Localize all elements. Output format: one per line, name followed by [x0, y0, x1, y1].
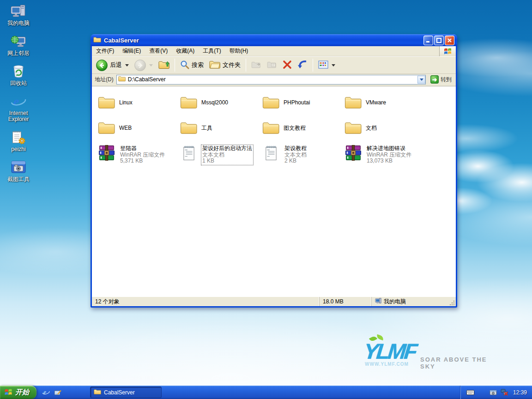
status-zone: 我的电脑: [371, 297, 449, 306]
copy-to-icon: [267, 60, 277, 71]
folder-item[interactable]: Linux: [98, 91, 180, 114]
delete-button[interactable]: [280, 59, 294, 72]
toolbar-separator: [175, 59, 175, 72]
views-dropdown-icon[interactable]: [332, 64, 335, 66]
quick-launch: e: [36, 388, 67, 396]
menu-file[interactable]: 文件(F): [92, 46, 118, 56]
text-document-icon: [180, 145, 197, 161]
maximize-button[interactable]: [434, 36, 444, 45]
folder-name: Linux: [119, 99, 133, 106]
file-item[interactable]: 登陆器 WinRAR 压缩文件 5,371 KB: [98, 142, 180, 165]
back-label: 后退: [110, 61, 122, 69]
search-label: 搜索: [192, 61, 204, 69]
status-object-count: 12 个对象: [92, 297, 319, 306]
file-label-block: 架设教程 文本文档 2 KB: [284, 145, 308, 165]
file-type: 文本文档: [202, 152, 252, 158]
views-button[interactable]: [316, 60, 338, 71]
windows-logo-icon: [439, 46, 456, 56]
folder-item[interactable]: WEB: [98, 117, 180, 139]
file-list-area[interactable]: Linux Mssql2000 PHPhoutai VMware WEB 工具 …: [92, 86, 456, 296]
up-button[interactable]: [156, 59, 172, 72]
taskbar-button-cabalserver[interactable]: CabalServer: [90, 387, 162, 398]
desktop-icon-screenshot-tool[interactable]: 截图工具: [0, 158, 36, 182]
explorer-window: CabalServer 文件(F) 编辑(E) 查看(V) 收藏(A) 工具(T…: [91, 34, 457, 308]
desktop-icon-peizhi[interactable]: peizhi: [0, 128, 36, 152]
move-to-icon: [251, 60, 261, 71]
file-size: 13,073 KB: [367, 158, 411, 164]
move-to-button[interactable]: [249, 59, 264, 72]
search-button[interactable]: 搜索: [178, 59, 206, 72]
folder-item[interactable]: Mssql2000: [180, 91, 262, 114]
file-item[interactable]: 架设好后的启动方法 文本文档 1 KB: [180, 142, 262, 165]
back-button[interactable]: 后退: [94, 59, 131, 72]
menu-tools[interactable]: 工具(T): [199, 46, 225, 56]
folder-item[interactable]: 工具: [180, 117, 262, 139]
folder-item[interactable]: 文档: [345, 117, 427, 139]
address-label: 地址(D): [95, 76, 114, 84]
folder-icon: [98, 96, 115, 109]
close-button[interactable]: [445, 36, 454, 45]
folder-icon: [98, 121, 115, 135]
title-bar[interactable]: CabalServer: [92, 34, 456, 46]
file-name: 架设好后的启动方法: [202, 145, 252, 152]
back-dropdown-icon[interactable]: [125, 64, 129, 66]
start-label: 开始: [15, 388, 29, 397]
quick-launch-ie-icon[interactable]: e: [42, 388, 50, 396]
winrar-archive-icon: [345, 145, 362, 161]
undo-icon: [297, 60, 308, 71]
folder-name: 工具: [201, 124, 212, 132]
menu-help[interactable]: 帮助(H): [225, 46, 253, 56]
folders-button[interactable]: 文件夹: [207, 59, 243, 72]
peizhi-notepad-icon: [11, 128, 26, 145]
windows-flag-icon: [4, 388, 12, 397]
file-type: 文本文档: [284, 152, 307, 158]
my-computer-small-icon: [375, 298, 381, 306]
show-desktop-icon[interactable]: [54, 388, 61, 396]
start-button[interactable]: 开始: [0, 386, 36, 399]
folder-item[interactable]: 图文教程: [262, 117, 345, 139]
toolbar-separator: [246, 59, 246, 72]
file-size: 1 KB: [202, 158, 252, 164]
file-item[interactable]: 架设教程 文本文档 2 KB: [262, 142, 345, 165]
search-icon: [180, 60, 189, 71]
file-type: WinRAR 压缩文件: [120, 152, 165, 158]
text-document-icon: [262, 145, 279, 161]
forward-button[interactable]: [132, 59, 155, 72]
menu-edit[interactable]: 编辑(E): [118, 46, 145, 56]
desktop-icon-label: peizhi: [11, 146, 25, 152]
folder-item[interactable]: PHPhoutai: [262, 91, 345, 114]
menu-favorites[interactable]: 收藏(A): [172, 46, 199, 56]
desktop-icon-my-computer[interactable]: 我的电脑: [0, 2, 36, 26]
address-value: D:\CabalServer: [128, 76, 166, 83]
desktop: 我的电脑 网上邻居 回收站 e Internet Explorer peizhi: [0, 0, 532, 399]
file-size: 2 KB: [284, 158, 307, 164]
undo-button[interactable]: [295, 59, 310, 72]
toolbar: 后退 搜索 文件夹: [92, 56, 456, 74]
file-tiles: Linux Mssql2000 PHPhoutai VMware WEB 工具 …: [98, 91, 427, 165]
desktop-icon-label: 截图工具: [7, 176, 30, 182]
desktop-icon-recycle-bin[interactable]: 回收站: [0, 62, 36, 86]
desktop-icon-network-places[interactable]: 网上邻居: [0, 32, 36, 56]
resize-grip[interactable]: [449, 297, 456, 306]
folder-name: 图文教程: [284, 124, 306, 132]
network-places-icon: [11, 32, 26, 49]
go-button[interactable]: ➜ 转到: [429, 75, 453, 84]
taskbar: 开始 e CabalServer 12:3: [0, 386, 532, 399]
input-method-keyboard-icon[interactable]: [466, 388, 474, 396]
menu-view[interactable]: 查看(V): [145, 46, 172, 56]
folder-name: VMware: [366, 99, 386, 106]
minimize-button[interactable]: [423, 36, 433, 45]
recycle-bin-icon: [11, 62, 26, 79]
delete-icon: [283, 60, 292, 71]
tray-screenshot-icon[interactable]: [490, 388, 497, 396]
folder-item[interactable]: VMware: [345, 91, 427, 114]
address-input[interactable]: D:\CabalServer: [116, 75, 426, 85]
go-label: 转到: [441, 76, 452, 84]
address-dropdown-button[interactable]: [417, 76, 425, 84]
status-total-size: 18.0 MB: [319, 297, 371, 306]
copy-to-button[interactable]: [265, 59, 279, 72]
tray-network-disconnected-icon[interactable]: [501, 388, 508, 396]
address-folder-icon: [118, 76, 126, 83]
desktop-icon-internet-explorer[interactable]: e Internet Explorer: [0, 92, 36, 122]
file-item[interactable]: 解决进地图错误 WinRAR 压缩文件 13,073 KB: [345, 142, 427, 165]
